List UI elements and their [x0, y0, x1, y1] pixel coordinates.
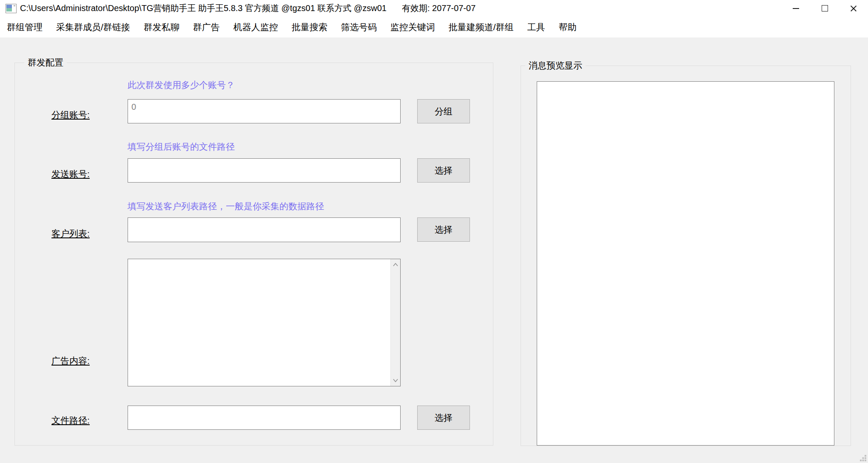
window-title: C:\Users\Administrator\Desktop\TG营销助手王 助…	[20, 3, 387, 14]
groupbox-message-preview: 消息预览显示	[521, 66, 851, 446]
minimize-icon	[793, 8, 799, 9]
select-sender-button[interactable]: 选择	[417, 158, 470, 183]
menu-item-tools[interactable]: 工具	[521, 17, 552, 37]
groupbox-send-config: 群发配置 此次群发使用多少个账号？ 分组账号: 分组 填写分组后账号的文件路径 …	[14, 63, 493, 446]
resize-grip[interactable]	[860, 455, 866, 461]
file-path-input[interactable]	[128, 406, 401, 430]
chevron-down-icon	[393, 379, 398, 382]
group-button[interactable]: 分组	[417, 99, 470, 123]
menu-item-group-ads[interactable]: 群广告	[186, 17, 227, 37]
label-sender-account: 发送账号:	[51, 168, 90, 180]
chevron-up-icon	[393, 263, 398, 266]
select-file-button[interactable]: 选择	[417, 406, 470, 430]
app-icon	[6, 4, 17, 13]
maximize-button[interactable]	[810, 0, 839, 17]
menu-item-batch-create-channel-group[interactable]: 批量建频道/群组	[442, 17, 521, 37]
resize-grip-icon	[860, 455, 866, 461]
caption-buttons	[781, 0, 868, 17]
app-window: { "window": { "title": "C:\\Users\\Admin…	[0, 0, 868, 463]
vertical-scrollbar[interactable]	[390, 259, 400, 386]
customer-list-input[interactable]	[128, 217, 401, 242]
hint-sender-path: 填写分组后账号的文件路径	[128, 141, 235, 153]
groupbox-send-config-title: 群发配置	[24, 57, 67, 68]
menu-item-help[interactable]: 帮助	[552, 17, 583, 37]
maximize-icon	[822, 5, 828, 11]
window-titlebar: C:\Users\Administrator\Desktop\TG营销助手王 助…	[0, 0, 868, 17]
close-icon	[850, 5, 857, 12]
minimize-button[interactable]	[781, 0, 810, 17]
select-customer-button[interactable]: 选择	[417, 217, 470, 242]
ad-content-textarea-frame	[128, 259, 401, 386]
menu-item-collect-members-links[interactable]: 采集群成员/群链接	[49, 17, 137, 37]
sender-account-input[interactable]	[128, 158, 401, 183]
menu-item-mass-private-chat[interactable]: 群发私聊	[137, 17, 186, 37]
license-validity-text: 有效期: 2077-07-07	[402, 3, 475, 14]
label-customer-list: 客户列表:	[51, 228, 90, 240]
menu-item-group-management[interactable]: 群组管理	[0, 17, 49, 37]
ad-content-textarea[interactable]	[128, 259, 390, 386]
label-ad-content: 广告内容:	[51, 355, 90, 367]
menu-item-keyword-monitor[interactable]: 监控关键词	[384, 17, 442, 37]
label-group-account: 分组账号:	[51, 109, 90, 121]
label-file-path: 文件路径:	[51, 414, 90, 426]
hint-customer-path: 填写发送客户列表路径，一般是你采集的数据路径	[128, 200, 324, 212]
groupbox-message-preview-title: 消息预览显示	[525, 60, 586, 71]
menu-item-filter-numbers[interactable]: 筛选号码	[334, 17, 384, 37]
group-account-input[interactable]	[128, 99, 401, 123]
menubar: 群组管理 采集群成员/群链接 群发私聊 群广告 机器人监控 批量搜索 筛选号码 …	[0, 17, 868, 37]
message-preview-area	[537, 81, 834, 446]
close-button[interactable]	[839, 0, 868, 17]
scroll-up-button[interactable]	[391, 260, 400, 269]
scroll-down-button[interactable]	[391, 376, 400, 385]
menu-item-batch-search[interactable]: 批量搜索	[285, 17, 334, 37]
hint-account-count: 此次群发使用多少个账号？	[128, 79, 235, 91]
menu-item-bot-monitor[interactable]: 机器人监控	[227, 17, 285, 37]
